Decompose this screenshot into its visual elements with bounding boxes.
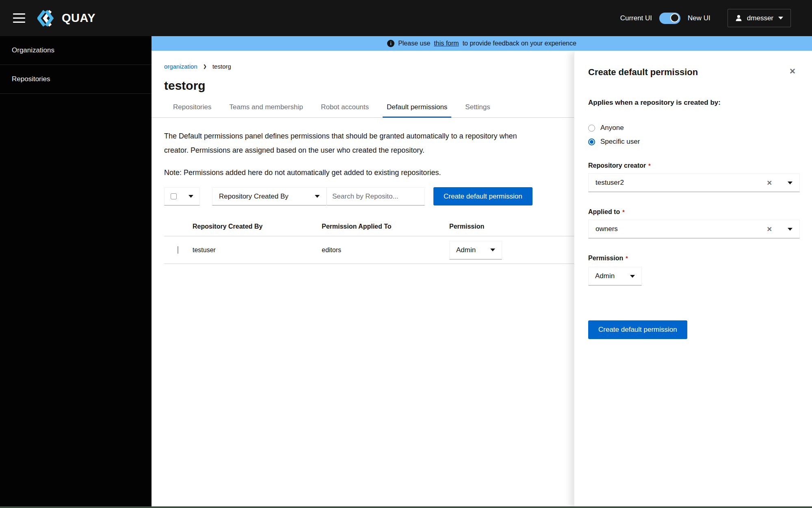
column-header-repository-created-by: Repository Created By [193,223,322,230]
cell-repository-created-by: testuser [193,246,322,254]
sidebar-item-label: Organizations [12,46,54,54]
radio-option-anyone[interactable]: Anyone [588,124,799,132]
row-permission-dropdown[interactable]: Admin [449,241,502,259]
radio-option-specific-user[interactable]: Specific user [588,138,799,146]
breadcrumb-organization-link[interactable]: organization [164,63,197,70]
clear-icon[interactable]: ✕ [767,225,772,233]
caret-down-icon [188,195,193,198]
banner-text-prefix: Please use [398,40,430,47]
search-input[interactable] [332,192,419,201]
toggle-knob [670,13,679,22]
radio-icon[interactable] [588,125,595,132]
drawer-title: Create default permission [588,67,698,78]
caret-down-icon [490,249,495,251]
caret-down-icon [630,275,635,278]
permission-label: Permission* [588,255,799,262]
current-ui-label: Current UI [620,14,652,22]
tab-repositories[interactable]: Repositories [169,101,216,117]
permission-value: Admin [595,272,615,280]
ui-toggle-switch[interactable] [659,13,680,24]
chevron-down-icon [778,17,783,19]
tab-settings[interactable]: Settings [461,101,494,117]
radio-label: Specific user [600,138,640,146]
radio-icon-selected[interactable] [588,138,595,145]
caret-down-icon[interactable] [788,228,793,231]
info-icon: i [387,40,394,47]
feedback-form-link[interactable]: this form [434,40,459,47]
column-header-permission-applied-to: Permission Applied To [322,223,449,230]
quay-logo[interactable]: QUAY [37,10,95,27]
brand-text: QUAY [62,11,95,25]
required-asterisk: * [648,162,650,169]
cell-permission-applied-to: editors [322,246,449,254]
user-name: dmesser [747,14,773,22]
tab-teams-and-membership[interactable]: Teams and membership [225,101,307,117]
applied-to-label: Applied to* [588,208,799,216]
create-default-permission-button[interactable]: Create default permission [433,187,533,205]
filter-column-label: Repository Created By [219,192,288,201]
repository-creator-input[interactable]: testuser2 ✕ [588,173,800,192]
user-icon [735,15,742,22]
sidebar-item-organizations[interactable]: Organizations [0,36,152,65]
repository-creator-value: testuser2 [595,179,767,187]
applied-to-input[interactable]: owners ✕ [588,220,800,238]
feedback-banner: i Please use this form to provide feedba… [152,36,812,51]
row-checkbox[interactable] [178,246,178,254]
bottom-edge-strip [0,506,812,508]
required-asterisk: * [626,255,628,262]
banner-text-suffix: to provide feedback on your experience [463,40,576,47]
caret-down-icon [315,195,320,198]
applied-to-value: owners [595,225,767,233]
breadcrumb-current: testorg [212,63,231,70]
masthead: QUAY Current UI New UI dmesser [0,0,812,36]
create-default-permission-drawer: Create default permission ✕ Applies when… [574,51,812,506]
row-permission-value: Admin [456,246,476,254]
hamburger-menu-icon[interactable] [13,13,25,23]
required-asterisk: * [622,209,624,215]
new-ui-label: New UI [688,14,710,22]
quay-logo-icon [37,10,58,27]
user-menu[interactable]: dmesser [728,9,791,27]
breadcrumb-chevron-icon: ❯ [203,64,207,69]
created-by-radio-group: Anyone Specific user [588,124,799,146]
drawer-create-default-permission-button[interactable]: Create default permission [588,320,687,339]
bulk-select-checkbox[interactable] [171,193,177,199]
bulk-select-dropdown[interactable] [164,187,200,205]
tab-robot-accounts[interactable]: Robot accounts [317,101,373,117]
tab-default-permissions[interactable]: Default permissions [383,101,451,117]
sidebar-item-label: Repositories [12,75,50,83]
drawer-subtitle: Applies when a repository is created by: [588,99,799,107]
sidebar-item-repositories[interactable]: Repositories [0,65,152,94]
filter-column-dropdown[interactable]: Repository Created By [212,187,327,205]
sidebar: Organizations Repositories [0,36,152,506]
close-icon[interactable]: ✕ [789,67,796,76]
clear-icon[interactable]: ✕ [767,179,772,187]
radio-label: Anyone [600,124,624,132]
repository-creator-label: Repository creator* [588,162,799,169]
caret-down-icon[interactable] [788,182,793,184]
search-field [327,187,425,205]
permission-dropdown[interactable]: Admin [588,267,642,285]
